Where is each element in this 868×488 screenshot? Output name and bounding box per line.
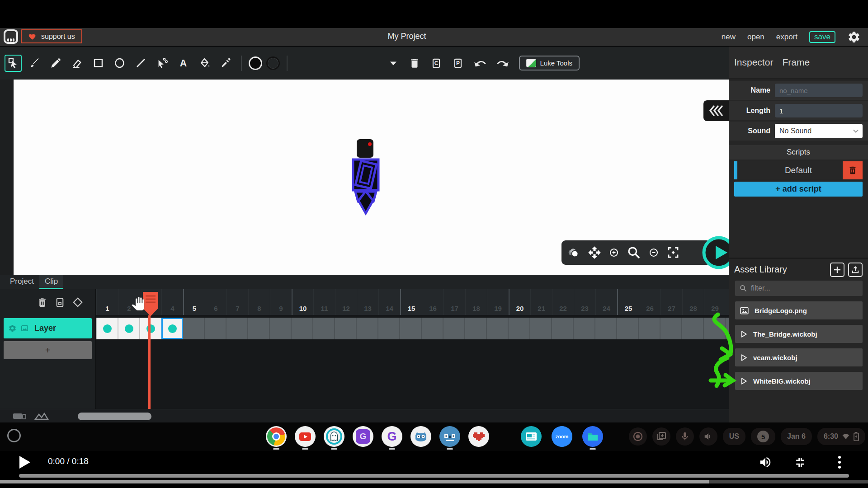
ruler-frame-12[interactable]: 12 [335,289,357,315]
delete-frame-icon[interactable] [37,297,48,308]
ruler-frame-8[interactable]: 8 [248,289,270,315]
shelf-app-chrome[interactable] [266,426,287,447]
wick-logo[interactable] [4,29,18,44]
settings-gear-icon[interactable] [847,30,861,44]
add-layer-button[interactable]: + [4,341,92,359]
ruler-frame-25[interactable]: 25 [617,289,639,315]
microphone-button[interactable] [676,427,694,446]
onion-settings-icon[interactable] [13,412,26,420]
ruler-frame-6[interactable]: 6 [205,289,226,315]
fill-color-swatch[interactable] [249,56,262,70]
ruler-frame-21[interactable]: 21 [530,289,552,315]
zoom-tool-icon[interactable] [627,245,641,260]
shelf-app-godot-pixel[interactable] [439,426,460,447]
scrollbar-thumb[interactable] [0,480,709,483]
ruler-frame-9[interactable]: 9 [270,289,292,315]
tween-diamond-icon[interactable] [72,296,84,308]
ruler-frame-11[interactable]: 11 [313,289,335,315]
date-indicator[interactable]: Jan 6 [781,428,812,445]
copy-icon[interactable]: C [430,57,442,69]
timeline-scrollbar[interactable] [78,413,151,420]
shelf-app-youtube[interactable] [295,426,316,447]
ruler-frame-27[interactable]: 27 [660,289,682,315]
ruler-frame-13[interactable]: 13 [357,289,378,315]
video-fullscreen-button[interactable] [794,456,807,469]
text-tool[interactable]: A [175,55,192,72]
shelf-app-pixel-heart[interactable] [468,426,489,447]
script-row-default[interactable]: Default [734,161,863,179]
asset-list-item[interactable]: vcam.wickobj [735,348,863,366]
path-cursor-tool[interactable] [153,55,170,72]
stroke-color-swatch[interactable] [266,56,280,70]
layer-bar[interactable]: Layer [4,318,92,338]
delete-icon[interactable] [409,57,420,69]
stage-character[interactable] [350,137,382,216]
launcher-button[interactable] [7,429,21,442]
shelf-app-news[interactable] [521,426,542,447]
paste-icon[interactable]: P [452,57,464,69]
copy-frame-icon[interactable] [54,297,66,308]
undo-icon[interactable] [474,57,486,70]
video-menu-kebab-button[interactable] [837,455,842,469]
stage-canvas[interactable] [14,80,729,275]
ellipse-tool[interactable] [111,55,128,72]
ruler-frame-19[interactable]: 19 [487,289,509,315]
ruler-frame-26[interactable]: 26 [639,289,660,315]
ruler-frame-24[interactable]: 24 [595,289,617,315]
screen-record-button[interactable] [629,427,647,446]
shelf-app-gamemaker-square[interactable]: G [353,426,373,447]
luke-tools-button[interactable]: Luke Tools [519,56,580,70]
ruler-frame-18[interactable]: 18 [465,289,487,315]
asset-filter-row[interactable] [735,281,863,296]
delete-script-button[interactable] [843,161,863,179]
shelf-app-zoom[interactable]: zoom [552,426,572,447]
upload-asset-button[interactable] [848,263,863,277]
status-area[interactable]: 6:30 [817,428,865,445]
notification-counter[interactable]: 5 [751,428,775,445]
shelf-app-files[interactable] [582,426,603,447]
zoom-graph-icon[interactable] [34,412,50,420]
ruler-frame-10[interactable]: 10 [292,289,313,315]
video-play-button[interactable] [19,455,31,469]
rectangle-tool[interactable] [90,55,107,72]
frame-cell-1[interactable] [96,318,118,339]
ruler-frame-20[interactable]: 20 [509,289,530,315]
brush-tool[interactable] [26,55,43,72]
video-progress-bar[interactable] [19,474,849,478]
more-dropdown-icon[interactable] [388,58,399,69]
timeline-ruler[interactable]: 1234567891011121314151617181920212223242… [96,289,729,315]
reset-zoom-icon[interactable] [666,246,680,259]
shelf-app-ghost[interactable] [324,426,344,447]
video-volume-button[interactable] [759,455,772,469]
ruler-frame-15[interactable]: 15 [400,289,422,315]
sound-select[interactable]: No Sound [775,124,863,138]
add-asset-button[interactable] [830,263,844,277]
ruler-frame-16[interactable]: 16 [422,289,443,315]
eyedropper-tool[interactable] [217,55,234,72]
ruler-frame-4[interactable]: 4 [161,289,183,315]
tab-project[interactable]: Project [5,275,39,289]
pencil-tool[interactable] [47,55,64,72]
collapse-panel-button[interactable] [703,100,729,121]
frame-cell-4[interactable] [161,318,183,339]
name-input[interactable] [775,84,863,97]
shelf-app-godot[interactable] [410,426,431,447]
zoom-in-icon[interactable] [609,247,619,258]
ruler-frame-22[interactable]: 22 [552,289,574,315]
open-button[interactable]: open [747,33,764,42]
onion-skin-icon[interactable] [567,246,580,259]
frame-cell-2[interactable] [118,318,140,339]
new-button[interactable]: new [722,33,736,42]
keyboard-layout-indicator[interactable]: US [723,428,745,445]
ruler-frame-17[interactable]: 17 [443,289,465,315]
save-button[interactable]: save [809,31,835,43]
asset-list-item[interactable]: WhiteBIG.wickobj [735,372,863,390]
zoom-out-icon[interactable] [648,247,659,258]
ruler-frame-1[interactable]: 1 [96,289,118,315]
eraser-tool[interactable] [68,55,85,72]
layer-frames-strip[interactable] [96,318,729,339]
ruler-frame-5[interactable]: 5 [183,289,205,315]
asset-filter-input[interactable] [751,284,841,292]
playhead-line[interactable] [148,315,151,415]
asset-list-item[interactable]: The_Bridge.wickobj [735,325,863,343]
